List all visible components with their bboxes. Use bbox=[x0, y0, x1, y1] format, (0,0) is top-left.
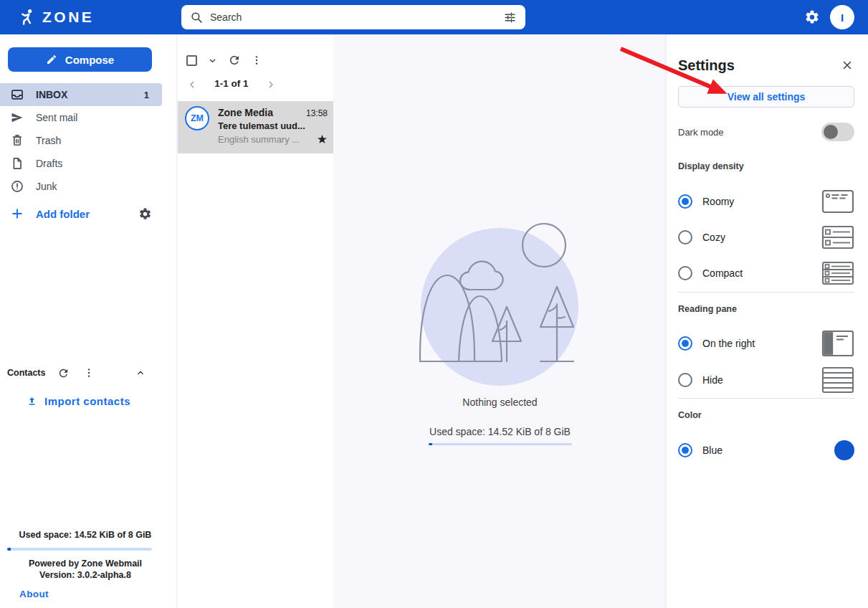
more-vert-icon bbox=[83, 367, 95, 379]
folder-label: INBOX bbox=[36, 89, 133, 100]
email-sender: Zone Media bbox=[218, 107, 306, 118]
refresh-list-button[interactable] bbox=[228, 54, 241, 67]
quota-fill bbox=[7, 548, 11, 551]
email-summary: Zone Media 13:58 Tere tulemast uud... En… bbox=[218, 107, 328, 146]
pagination-label: 1-1 of 1 bbox=[204, 78, 259, 89]
chevron-down-icon bbox=[207, 55, 218, 66]
folder-settings-button[interactable] bbox=[138, 207, 152, 221]
contacts-more-button[interactable] bbox=[83, 367, 95, 379]
import-contacts-label: Import contacts bbox=[44, 395, 130, 407]
zone-logo[interactable]: zone bbox=[17, 0, 94, 34]
mail-list-pane: 1-1 of 1 ZM Zone Media 13:58 Tere tulema… bbox=[178, 34, 333, 608]
display-density-label: Display density bbox=[678, 161, 744, 171]
option-label: Cozy bbox=[702, 232, 811, 243]
list-more-button[interactable] bbox=[251, 54, 262, 66]
next-page-button[interactable] bbox=[265, 79, 277, 90]
sidebar-item-trash[interactable]: Trash bbox=[0, 129, 162, 152]
user-avatar[interactable]: I bbox=[830, 5, 854, 29]
folder-label: Junk bbox=[36, 181, 149, 192]
radio-icon bbox=[678, 373, 692, 387]
radio-icon bbox=[678, 230, 692, 244]
empty-state-illustration bbox=[417, 221, 583, 387]
junk-alert-icon bbox=[10, 179, 24, 194]
color-option-blue[interactable]: Blue bbox=[678, 432, 854, 468]
density-option-compact[interactable]: Compact bbox=[678, 255, 854, 291]
quota-fill bbox=[429, 443, 432, 445]
sidebar-item-sent[interactable]: Sent mail bbox=[0, 106, 162, 129]
zone-runner-icon bbox=[17, 8, 36, 27]
main-quota-bar bbox=[429, 443, 572, 445]
zone-webmail-app: { "topbar": { "brand": "zone", "search_p… bbox=[0, 0, 868, 608]
folder-label: Sent mail bbox=[36, 112, 149, 123]
option-label: Roomy bbox=[702, 196, 811, 207]
refresh-icon bbox=[57, 367, 70, 379]
chevron-right-icon bbox=[265, 79, 277, 90]
section-divider bbox=[678, 292, 854, 293]
option-label: Compact bbox=[702, 267, 811, 279]
dark-mode-label: Dark mode bbox=[678, 127, 724, 138]
toggle-knob bbox=[824, 125, 838, 139]
radio-icon bbox=[678, 266, 692, 280]
sidebar-item-drafts[interactable]: Drafts bbox=[0, 152, 162, 175]
option-label: Blue bbox=[702, 445, 824, 456]
density-option-cozy[interactable]: Cozy bbox=[678, 219, 854, 255]
reading-pane-option-right[interactable]: On the right bbox=[678, 326, 854, 361]
add-folder-button[interactable]: Add folder bbox=[36, 208, 127, 220]
reading-pane-option-hide[interactable]: Hide bbox=[678, 362, 854, 398]
dark-mode-toggle[interactable] bbox=[821, 123, 854, 141]
folder-label: Trash bbox=[36, 135, 149, 146]
settings-gear-button[interactable] bbox=[804, 9, 820, 25]
search-input[interactable] bbox=[210, 11, 497, 23]
dark-mode-row: Dark mode bbox=[678, 122, 854, 142]
settings-close-button[interactable] bbox=[841, 59, 854, 72]
email-preview: English summary ... bbox=[218, 134, 317, 145]
refresh-icon bbox=[228, 54, 241, 67]
pane-right-preview-icon bbox=[821, 330, 854, 357]
compose-button[interactable]: Compose bbox=[8, 47, 152, 72]
select-all-checkbox[interactable] bbox=[186, 55, 197, 66]
powered-by-text: Powered by Zone Webmail bbox=[0, 559, 171, 569]
contacts-header-row: Contacts bbox=[0, 363, 162, 383]
contacts-collapse-button[interactable] bbox=[135, 367, 146, 379]
option-label: Hide bbox=[702, 374, 811, 386]
plus-icon bbox=[10, 206, 24, 221]
view-all-settings-button[interactable]: View all settings bbox=[678, 86, 854, 108]
contacts-refresh-button[interactable] bbox=[57, 367, 70, 379]
import-contacts-button[interactable]: Import contacts bbox=[26, 391, 130, 411]
sidebar-item-junk[interactable]: Junk bbox=[0, 175, 162, 198]
option-label: On the right bbox=[702, 338, 811, 349]
color-label: Color bbox=[678, 410, 702, 420]
star-icon[interactable]: ★ bbox=[317, 133, 328, 146]
blue-color-swatch[interactable] bbox=[834, 440, 854, 460]
radio-icon bbox=[678, 443, 692, 457]
chevron-left-icon bbox=[186, 79, 198, 90]
mail-list-toolbar bbox=[178, 50, 262, 70]
settings-panel: Settings View all settings Dark mode Dis… bbox=[667, 34, 868, 608]
upload-icon bbox=[26, 395, 38, 407]
folder-list: INBOX 1 Sent mail Trash bbox=[0, 83, 162, 198]
radio-icon bbox=[678, 336, 692, 351]
nothing-selected-text: Nothing selected bbox=[333, 396, 667, 408]
pencil-icon bbox=[46, 54, 57, 65]
email-subject: Tere tulemast uud... bbox=[218, 120, 328, 131]
send-icon bbox=[10, 110, 24, 125]
main-used-space: Used space: 14.52 KiB of 8 GiB bbox=[333, 426, 667, 437]
add-folder-row: Add folder bbox=[0, 202, 162, 225]
search-bar[interactable] bbox=[181, 5, 525, 29]
select-menu-button[interactable] bbox=[207, 55, 218, 66]
inbox-icon bbox=[10, 87, 24, 102]
cozy-preview-icon bbox=[821, 225, 854, 250]
unread-count-badge: 1 bbox=[144, 90, 149, 100]
contacts-label: Contacts bbox=[7, 368, 45, 378]
section-divider bbox=[678, 398, 854, 399]
email-list-item[interactable]: ZM Zone Media 13:58 Tere tulemast uud...… bbox=[178, 101, 333, 153]
density-option-roomy[interactable]: Roomy bbox=[678, 184, 854, 219]
previous-page-button[interactable] bbox=[186, 79, 198, 90]
compose-label: Compose bbox=[65, 54, 114, 66]
settings-title: Settings bbox=[678, 57, 735, 74]
chevron-up-icon bbox=[135, 367, 146, 379]
about-link[interactable]: About bbox=[19, 589, 49, 599]
search-filters-button[interactable] bbox=[503, 11, 517, 24]
folder-label: Drafts bbox=[36, 158, 149, 169]
sidebar-item-inbox[interactable]: INBOX 1 bbox=[0, 83, 162, 106]
